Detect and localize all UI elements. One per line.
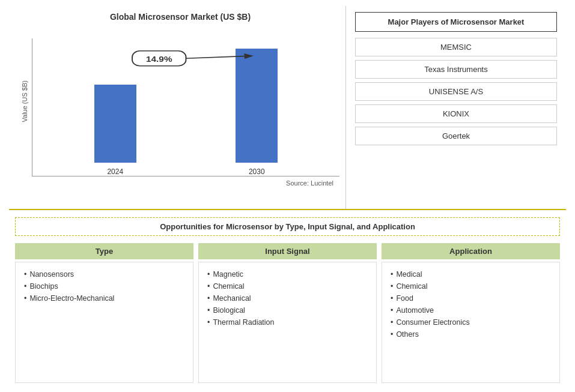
signal-item-3: • Mechanical <box>207 292 368 304</box>
category-input-signal-header: Input Signal <box>198 243 377 259</box>
signal-item-1: • Magnetic <box>207 268 368 280</box>
bar-label-2024: 2024 <box>107 167 123 176</box>
type-item-2: • Biochips <box>24 280 184 292</box>
category-application: Application • Medical • Chemical • Food … <box>382 243 560 383</box>
category-application-body: • Medical • Chemical • Food • Automotive… <box>382 262 560 383</box>
app-item-6: • Others <box>391 328 551 340</box>
app-item-4: • Automotive <box>391 304 551 316</box>
bars-container: 2024 2030 14.9% <box>32 38 339 176</box>
source-label: Source: Lucintel <box>21 179 339 187</box>
svg-text:14.9%: 14.9% <box>146 55 172 63</box>
chart-y-label: Value (US $B) <box>21 80 28 122</box>
signal-item-4: • Biological <box>207 304 368 316</box>
signal-item-2: • Chemical <box>207 280 368 292</box>
opportunities-title: Opportunities for Microsensor by Type, I… <box>15 217 560 236</box>
bar-2024 <box>94 85 136 163</box>
chart-title: Global Microsensor Market (US $B) <box>110 12 251 22</box>
categories-row: Type • Nanosensors • Biochips • Micro-El… <box>15 243 560 383</box>
signal-item-5: • Thermal Radiation <box>207 316 368 328</box>
category-application-header: Application <box>382 243 560 259</box>
main-container: Global Microsensor Market (US $B) Value … <box>0 0 575 392</box>
app-item-2: • Chemical <box>391 280 551 292</box>
chart-inner: Value (US $B) 2024 2030 <box>21 26 339 176</box>
bar-label-2030: 2030 <box>249 167 265 176</box>
chart-annotation-svg: 14.9% <box>32 38 339 176</box>
players-title: Major Players of Microsensor Market <box>355 12 557 32</box>
chart-area: Global Microsensor Market (US $B) Value … <box>9 6 345 209</box>
bar-group-2030: 2030 <box>236 49 278 176</box>
player-kionix: KIONIX <box>355 104 557 123</box>
bottom-section: Opportunities for Microsensor by Type, I… <box>9 210 566 386</box>
bar-2030 <box>236 49 278 163</box>
player-texas-instruments: Texas Instruments <box>355 60 557 79</box>
type-item-3: • Micro-Electro-Mechanical <box>24 292 184 304</box>
top-section: Global Microsensor Market (US $B) Value … <box>9 6 566 210</box>
category-type-body: • Nanosensors • Biochips • Micro-Electro… <box>15 262 193 383</box>
category-type: Type • Nanosensors • Biochips • Micro-El… <box>15 243 193 383</box>
svg-rect-0 <box>132 51 186 66</box>
chart-plot: 2024 2030 14.9% <box>32 26 339 176</box>
bar-group-2024: 2024 <box>94 85 136 176</box>
player-memsic: MEMSIC <box>355 38 557 56</box>
app-item-1: • Medical <box>391 268 551 280</box>
category-type-header: Type <box>15 243 193 259</box>
category-input-signal: Input Signal • Magnetic • Chemical • Mec… <box>198 243 377 383</box>
category-input-signal-body: • Magnetic • Chemical • Mechanical • Bio… <box>198 262 377 383</box>
app-item-5: • Consumer Electronics <box>391 316 551 328</box>
player-unisense: UNISENSE A/S <box>355 82 557 101</box>
player-goertek: Goertek <box>355 127 557 145</box>
players-area: Major Players of Microsensor Market MEMS… <box>345 6 566 209</box>
type-item-1: • Nanosensors <box>24 268 184 280</box>
app-item-3: • Food <box>391 292 551 304</box>
